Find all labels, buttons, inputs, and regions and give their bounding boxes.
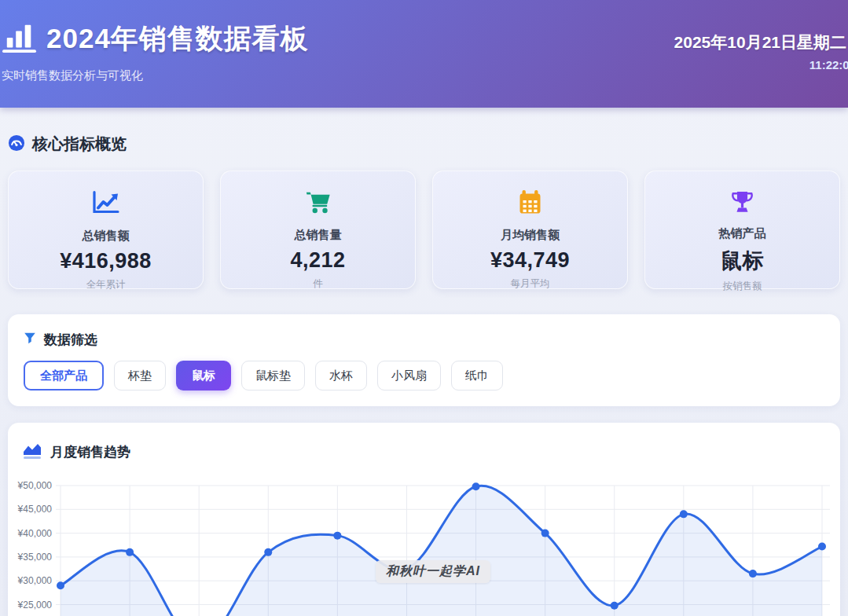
filter-option-mousepad[interactable]: 鼠标垫 [241,361,305,390]
filter-heading: 数据筛选 [44,331,97,349]
metric-label: 热销产品 [645,226,839,241]
metric-sub: 件 [221,277,415,291]
metric-label: 月均销售额 [433,228,627,243]
dashboard-page: { "header": { "title": "2024年销售数据看板", "s… [0,0,848,616]
svg-text:¥25,000: ¥25,000 [17,599,53,610]
filter-icon [24,332,36,348]
metric-card-top-product: 热销产品 鼠标 按销售额 [644,170,840,289]
svg-text:¥30,000: ¥30,000 [17,575,53,586]
trophy-icon [730,203,754,216]
filter-option-fan[interactable]: 小风扇 [377,361,441,390]
area-chart-icon [22,442,42,464]
filter-option-tissue[interactable]: 纸巾 [451,361,503,390]
current-date: 2025年10月21日星期二 [674,31,846,53]
metric-sub: 每月平均 [433,277,627,291]
metric-label: 总销售量 [221,228,415,243]
metric-value: 鼠标 [645,247,839,275]
trend-chart-heading: 月度销售趋势 [50,443,130,461]
page-title: 2024年销售数据看板 [46,20,309,57]
filter-option-beidian[interactable]: 杯垫 [114,361,166,390]
metric-value: ¥416,988 [9,249,203,273]
trend-chart-header: 月度销售趋势 [22,442,840,464]
metric-card-total-volume: 总销售量 4,212 件 [220,170,416,289]
metric-label: 总销售额 [9,229,203,244]
metric-value: ¥34,749 [433,248,627,273]
calendar-icon [517,204,543,218]
filter-option-all[interactable]: 全部产品 [24,361,104,390]
main-content: 核心指标概览 总销售额 ¥416,988 全年累计 [8,134,840,616]
svg-text:¥40,000: ¥40,000 [17,527,53,538]
svg-text:¥45,000: ¥45,000 [17,504,53,515]
monthly-trend-chart: ¥50,000¥45,000¥40,000¥35,000¥30,000¥25,0… [8,471,840,616]
filter-header: 数据筛选 [24,331,824,349]
metric-value: 4,212 [221,248,415,273]
filter-buttons: 全部产品 杯垫 鼠标 鼠标垫 水杯 小风扇 纸巾 [24,361,824,390]
overview-section-header: 核心指标概览 [8,134,840,155]
current-time: 11:22:01 [684,58,848,72]
metric-sub: 按销售额 [645,280,839,293]
cart-icon [305,204,332,218]
filter-option-mouse[interactable]: 鼠标 [176,361,231,390]
header: 2024年销售数据看板 实时销售数据分析与可视化 2025年10月21日星期二 … [0,0,848,108]
gauge-icon [8,134,25,155]
metric-card-total-sales: 总销售额 ¥416,988 全年累计 [8,170,204,289]
bar-chart-icon [2,21,38,57]
metric-sub: 全年累计 [9,278,203,292]
filter-panel: 数据筛选 全部产品 杯垫 鼠标 鼠标垫 水杯 小风扇 纸巾 [8,314,840,406]
metric-card-monthly-average: 月均销售额 ¥34,749 每月平均 [432,170,628,289]
trend-chart-panel: 月度销售趋势 ¥50,000¥45,000¥40,000¥35,000¥30,0… [8,423,840,616]
watermark: 和秋叶一起学AI [376,560,490,583]
svg-text:¥35,000: ¥35,000 [17,551,53,562]
datetime-block: 2025年10月21日星期二 11:22:01 [674,31,846,72]
overview-heading: 核心指标概览 [32,134,127,155]
filter-option-cup[interactable]: 水杯 [315,361,367,390]
line-chart-icon [92,205,120,218]
svg-text:¥50,000: ¥50,000 [17,480,53,491]
metric-cards: 总销售额 ¥416,988 全年累计 总销售量 4,212 件 [8,170,840,289]
